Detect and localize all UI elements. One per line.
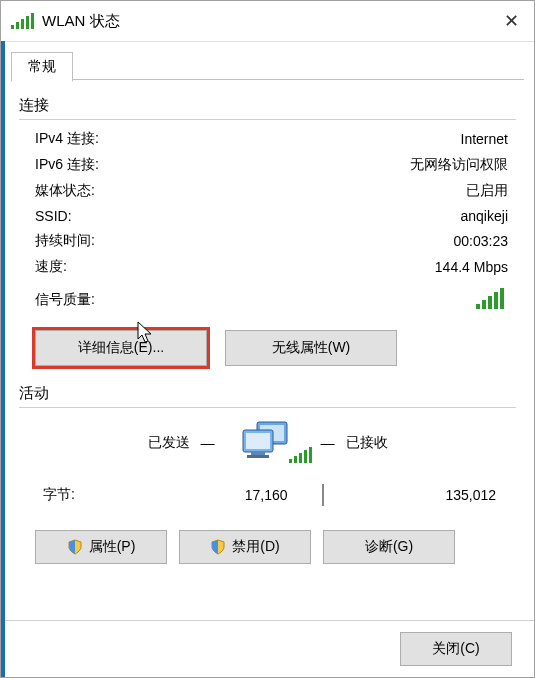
wireless-properties-button-label: 无线属性(W) — [272, 339, 351, 357]
details-button[interactable]: 详细信息(E)... — [35, 330, 207, 366]
close-button[interactable]: 关闭(C) — [400, 632, 512, 666]
row-speed: 速度: 144.4 Mbps — [19, 254, 516, 280]
titlebar: WLAN 状态 ✕ — [1, 1, 534, 42]
row-duration: 持续时间: 00:03:23 — [19, 228, 516, 254]
row-ipv4: IPv4 连接: Internet — [19, 126, 516, 152]
row-ipv6: IPv6 连接: 无网络访问权限 — [19, 152, 516, 178]
speed-value: 144.4 Mbps — [195, 259, 516, 275]
dash-right: — — [318, 435, 338, 451]
disable-button[interactable]: 禁用(D) — [179, 530, 311, 564]
duration-value: 00:03:23 — [195, 233, 516, 249]
network-computers-icon — [218, 420, 318, 466]
wifi-signal-icon — [289, 447, 312, 466]
tab-bar: 常规 — [11, 52, 524, 80]
row-ssid: SSID: anqikeji — [19, 204, 516, 228]
section-activity-title: 活动 — [19, 384, 516, 403]
svg-rect-4 — [251, 452, 265, 455]
close-button-label: 关闭(C) — [432, 640, 479, 658]
ipv4-value: Internet — [195, 131, 516, 147]
tab-general[interactable]: 常规 — [11, 52, 73, 82]
ipv4-label: IPv4 连接: — [35, 130, 195, 148]
window-title: WLAN 状态 — [42, 12, 488, 31]
properties-button[interactable]: 属性(P) — [35, 530, 167, 564]
ssid-value: anqikeji — [195, 208, 516, 224]
details-button-label: 详细信息(E)... — [78, 339, 164, 357]
signal-label: 信号质量: — [35, 291, 476, 309]
ssid-label: SSID: — [35, 208, 195, 224]
wifi-signal-icon — [11, 13, 34, 29]
activity-header: 已发送 — — [19, 414, 516, 476]
duration-label: 持续时间: — [35, 232, 195, 250]
close-icon[interactable]: ✕ — [488, 10, 534, 32]
speed-label: 速度: — [35, 258, 195, 276]
svg-rect-5 — [247, 455, 269, 458]
shield-icon — [67, 539, 83, 555]
tab-general-label: 常规 — [28, 58, 56, 76]
wireless-properties-button[interactable]: 无线属性(W) — [225, 330, 397, 366]
bytes-label: 字节: — [43, 486, 123, 504]
row-media: 媒体状态: 已启用 — [19, 178, 516, 204]
separator — [322, 484, 324, 506]
wlan-status-window: WLAN 状态 ✕ 常规 连接 IPv4 连接: Internet IPv6 连… — [0, 0, 535, 678]
sent-label: 已发送 — [31, 434, 198, 452]
diagnose-button-label: 诊断(G) — [365, 538, 413, 556]
row-signal: 信号质量: — [19, 280, 516, 316]
bytes-row: 字节: 17,160 135,012 — [19, 476, 516, 514]
divider — [19, 407, 516, 408]
footer: 关闭(C) — [1, 620, 534, 677]
ipv6-value: 无网络访问权限 — [195, 156, 516, 174]
divider — [19, 119, 516, 120]
media-label: 媒体状态: — [35, 182, 195, 200]
received-label: 已接收 — [338, 434, 505, 452]
dash-left: — — [198, 435, 218, 451]
wifi-signal-icon — [476, 288, 516, 312]
shield-icon — [210, 539, 226, 555]
svg-rect-3 — [246, 433, 270, 449]
section-connection-title: 连接 — [19, 96, 516, 115]
diagnose-button[interactable]: 诊断(G) — [323, 530, 455, 564]
bytes-sent-value: 17,160 — [123, 487, 314, 503]
bytes-recv-value: 135,012 — [332, 487, 505, 503]
disable-button-label: 禁用(D) — [232, 538, 279, 556]
media-value: 已启用 — [195, 182, 516, 200]
properties-button-label: 属性(P) — [89, 538, 136, 556]
ipv6-label: IPv6 连接: — [35, 156, 195, 174]
